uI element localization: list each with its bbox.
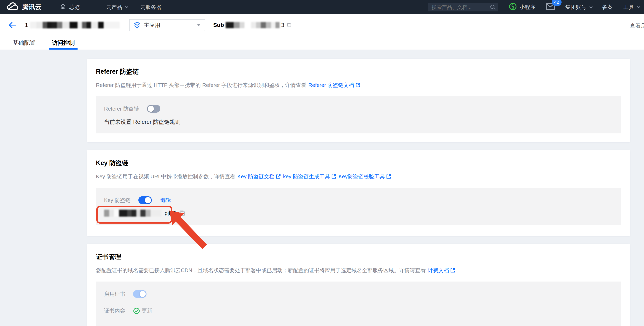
external-link-icon bbox=[276, 174, 281, 179]
referer-settings-panel: Referer 防盗链 当前未设置 Referer 防盗链规则 bbox=[96, 96, 621, 134]
subapp-id: Sub 3 bbox=[213, 22, 292, 28]
link-label: Key 防盗链文档 bbox=[237, 173, 274, 180]
content-area: Referer 防盗链 Referer 防盗链用于通过 HTTP 头部中携带的 … bbox=[0, 59, 644, 326]
subapp-redacted bbox=[251, 22, 280, 28]
section-description: 您配置证书的域名需要已接入腾讯云CDN，且域名状态需要处于部署中或已启动；新配置… bbox=[96, 267, 621, 274]
subapp-digit: 3 bbox=[281, 22, 284, 28]
nav-item-cloud-products[interactable]: 云产品 bbox=[106, 4, 127, 11]
toggle-knob bbox=[148, 106, 154, 112]
caret-down-icon bbox=[197, 24, 200, 26]
cert-content-row: 证书内容 更新 bbox=[104, 307, 613, 314]
section-description: Key 防盗链用于在视频 URL中携带播放控制参数，详情查看 Key 防盗链文档… bbox=[96, 173, 621, 180]
external-link-icon bbox=[450, 268, 456, 273]
key-settings-panel: Key 防盗链 编辑 pjKZ bbox=[96, 188, 621, 225]
external-link-icon bbox=[355, 82, 360, 88]
group-account-label: 集团账号 bbox=[565, 4, 586, 11]
home-icon bbox=[60, 4, 66, 11]
miniprogram-icon bbox=[509, 3, 517, 12]
messages-entry[interactable]: 42 bbox=[546, 3, 554, 12]
enable-cert-toggle[interactable] bbox=[133, 290, 146, 298]
description-text: Key 防盗链用于在视频 URL中携带播放控制参数，详情查看 bbox=[96, 173, 235, 180]
domain-name-redacted bbox=[30, 22, 120, 28]
billing-doc-link[interactable]: 计费文档 bbox=[428, 267, 456, 274]
app-selector[interactable]: 主应用 bbox=[129, 19, 205, 31]
nav-right: 小程序 42 集团账号 备案 工具 bbox=[428, 3, 639, 12]
key-value-suffix: pjKZ bbox=[164, 210, 176, 216]
nav-item-label: 云产品 bbox=[106, 4, 122, 11]
page: 腾讯云 总览 云产品 云服务器 小程序 bbox=[0, 0, 644, 326]
key-generator-link[interactable]: key 防盗链生成工具 bbox=[283, 173, 336, 180]
copy-icon bbox=[286, 22, 292, 28]
link-label: 计费文档 bbox=[428, 267, 449, 274]
key-toggle-row: Key 防盗链 编辑 bbox=[104, 196, 613, 204]
miniprogram-label: 小程序 bbox=[520, 4, 536, 11]
page-header: 1 主应用 Sub 3 查看历 bbox=[0, 14, 644, 36]
copy-subapp-button[interactable] bbox=[286, 22, 292, 28]
certificate-management-card: 证书管理 您配置证书的域名需要已接入腾讯云CDN，且域名状态需要处于部署中或已启… bbox=[87, 244, 630, 326]
tab-access-control[interactable]: 访问控制 bbox=[50, 36, 76, 50]
copy-icon bbox=[179, 210, 185, 216]
app-selector-value: 主应用 bbox=[144, 22, 160, 29]
section-title: Key 防盗链 bbox=[96, 159, 621, 167]
referer-empty-hint: 当前未设置 Referer 防盗链规则 bbox=[104, 118, 613, 126]
description-text: 您配置证书的域名需要已接入腾讯云CDN，且域名状态需要处于部署中或已启动；新配置… bbox=[96, 267, 426, 274]
brand[interactable]: 腾讯云 bbox=[7, 2, 42, 12]
section-title: Referer 防盗链 bbox=[96, 68, 621, 76]
top-nav: 腾讯云 总览 云产品 云服务器 小程序 bbox=[0, 0, 644, 14]
link-label: key 防盗链生成工具 bbox=[283, 173, 330, 180]
external-link-icon bbox=[331, 174, 336, 179]
search-box bbox=[428, 3, 498, 12]
chevron-down-icon bbox=[637, 5, 640, 8]
referer-toggle[interactable] bbox=[147, 105, 160, 112]
nav-item-label: 总览 bbox=[69, 4, 80, 11]
certificate-settings-panel: 启用证书 证书内容 更新 bbox=[96, 282, 621, 326]
nav-item-label: 云服务器 bbox=[140, 4, 162, 11]
view-history-link[interactable]: 查看历 bbox=[630, 22, 644, 30]
search-icon[interactable] bbox=[490, 4, 496, 10]
referer-toggle-row: Referer 防盗链 bbox=[104, 105, 613, 112]
subapp-redacted bbox=[226, 22, 244, 28]
key-toggle[interactable] bbox=[138, 196, 152, 204]
key-validator-link[interactable]: Key防盗链校验工具 bbox=[338, 173, 392, 180]
link-label: Referer 防盗链文档 bbox=[308, 82, 354, 88]
tools-label: 工具 bbox=[624, 4, 634, 11]
group-account-menu[interactable]: 集团账号 bbox=[565, 4, 592, 11]
enable-cert-label: 启用证书 bbox=[104, 290, 125, 298]
domain-name-prefix: 1 bbox=[25, 22, 28, 28]
back-arrow-icon bbox=[8, 22, 17, 28]
filing-label: 备案 bbox=[602, 4, 613, 11]
key-doc-link[interactable]: Key 防盗链文档 bbox=[237, 173, 281, 180]
key-value-row: pjKZ bbox=[104, 210, 613, 217]
toggle-knob bbox=[145, 197, 151, 203]
section-title: 证书管理 bbox=[96, 253, 621, 261]
key-antileech-card: Key 防盗链 Key 防盗链用于在视频 URL中携带播放控制参数，详情查看 K… bbox=[87, 150, 630, 236]
filing-entry[interactable]: 备案 bbox=[602, 4, 613, 11]
chevron-down-icon bbox=[590, 5, 593, 8]
update-cert-link[interactable]: 更新 bbox=[142, 307, 152, 314]
copy-key-button[interactable] bbox=[179, 210, 185, 216]
referer-doc-link[interactable]: Referer 防盗链文档 bbox=[308, 82, 360, 88]
referer-antileech-card: Referer 防盗链 Referer 防盗链用于通过 HTTP 头部中携带的 … bbox=[87, 59, 630, 142]
tencent-cloud-logo-icon bbox=[7, 2, 18, 12]
tab-bar: 基础配置 访问控制 bbox=[0, 36, 644, 50]
cert-content-label: 证书内容 bbox=[104, 307, 125, 314]
chevron-down-icon bbox=[125, 5, 128, 8]
nav-item-overview[interactable]: 总览 bbox=[60, 4, 80, 11]
section-description: Referer 防盗链用于通过 HTTP 头部中携带的 Referer 字段进行… bbox=[96, 82, 621, 88]
referer-toggle-label: Referer 防盗链 bbox=[104, 105, 139, 112]
nav-item-cloud-server[interactable]: 云服务器 bbox=[140, 4, 162, 11]
edit-key-link[interactable]: 编辑 bbox=[160, 197, 171, 204]
tab-basic-config[interactable]: 基础配置 bbox=[12, 36, 37, 50]
tools-menu[interactable]: 工具 bbox=[624, 4, 639, 11]
link-label: Key防盗链校验工具 bbox=[338, 173, 385, 180]
key-value-redacted bbox=[104, 210, 162, 217]
description-text: Referer 防盗链用于通过 HTTP 头部中携带的 Referer 字段进行… bbox=[96, 82, 306, 88]
enable-cert-row: 启用证书 bbox=[104, 290, 613, 298]
subapp-prefix: Sub bbox=[213, 22, 224, 28]
key-toggle-label: Key 防盗链 bbox=[104, 197, 130, 204]
back-button[interactable] bbox=[8, 22, 17, 28]
brand-name: 腾讯云 bbox=[22, 3, 42, 12]
miniprogram-entry[interactable]: 小程序 bbox=[509, 3, 536, 12]
layers-icon bbox=[134, 22, 140, 29]
success-check-icon bbox=[133, 308, 140, 314]
